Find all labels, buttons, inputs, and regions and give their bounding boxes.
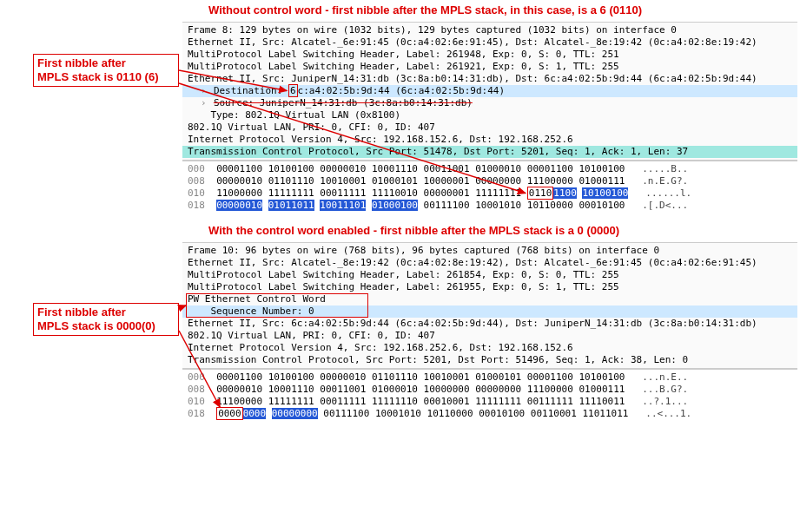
detail-row[interactable]: MultiProtocol Label Switching Header, La… [182,281,797,293]
section1-packet-details[interactable]: Frame 8: 129 bytes on wire (1032 bits), … [182,22,797,161]
detail-row[interactable]: Type: 802.1Q Virtual LAN (0x8100) [182,109,797,122]
detail-row[interactable]: MultiProtocol Label Switching Header, La… [182,61,797,73]
detail-row[interactable]: Internet Protocol Version 4, Src: 192.16… [182,342,797,354]
detail-row[interactable]: Frame 10: 96 bytes on wire (768 bits), 9… [182,245,797,257]
detail-row[interactable]: Internet Protocol Version 4, Src: 192.16… [182,134,797,146]
hex-row[interactable]: 008 00000010 01101110 10010001 01000101 … [182,175,797,187]
hex-row[interactable]: 010 11000000 11111111 00011111 11110010 … [182,187,797,200]
hex-row[interactable]: 018 00000010 01011011 10011101 01000100 … [182,200,797,212]
detail-row[interactable]: MultiProtocol Label Switching Header, La… [182,49,797,61]
section1-title: Without control word - first nibble afte… [0,0,800,22]
expander-icon[interactable]: › [199,85,208,97]
detail-row[interactable]: Ethernet II, Src: Alcatel-_6e:91:45 (0c:… [182,36,797,49]
hex-row[interactable]: 000 00001100 10100100 00000010 10001110 … [182,163,797,175]
hex-row[interactable]: 008 00000010 10001110 00011001 01000010 … [182,384,797,396]
section2-packet-bytes[interactable]: 000 00001100 10100100 00000010 01101110 … [182,369,797,422]
highlighted-nibble: 6 [288,84,298,97]
section1-caption: First nibble afterMPLS stack is 0110 (6) [33,54,179,87]
detail-row[interactable]: MultiProtocol Label Switching Header, La… [182,269,797,281]
detail-row[interactable]: Frame 8: 129 bytes on wire (1032 bits), … [182,24,797,36]
detail-row[interactable]: Ethernet II, Src: Alcatel-_8e:19:42 (0c:… [182,257,797,269]
hex-row[interactable]: 000 00001100 10100100 00000010 01101110 … [182,371,797,384]
detail-row[interactable]: 802.1Q Virtual LAN, PRI: 0, CFI: 0, ID: … [182,122,797,134]
detail-row[interactable]: Transmission Control Protocol, Src Port:… [182,146,797,158]
detail-row[interactable]: › Source: JuniperN_14:31:db (3c:8a:b0:14… [182,97,797,109]
highlighted-nibble: 0000 [216,407,243,420]
detail-row[interactable]: › Destination: 6c:a4:02:5b:9d:44 (6c:a4:… [182,85,797,97]
highlighted-nibble: 0110 [527,187,554,200]
section2-title: With the control word enabled - first ni… [0,220,800,242]
expander-icon[interactable]: › [199,97,208,109]
detail-row[interactable]: PW Ethernet Control Word [182,293,797,305]
section2-packet-details[interactable]: Frame 10: 96 bytes on wire (768 bits), 9… [182,242,797,369]
detail-row[interactable]: Sequence Number: 0 [182,305,797,318]
detail-row[interactable]: 802.1Q Virtual LAN, PRI: 0, CFI: 0, ID: … [182,330,797,342]
detail-row[interactable]: Transmission Control Protocol, Src Port:… [182,354,797,366]
hex-row[interactable]: 010 11100000 11111111 00011111 11111110 … [182,396,797,408]
section1-packet-bytes[interactable]: 000 00001100 10100100 00000010 10001110 … [182,161,797,213]
detail-row[interactable]: Ethernet II, Src: 6c:a4:02:5b:9d:44 (6c:… [182,318,797,330]
section2-caption: First nibble afterMPLS stack is 0000(0) [33,303,179,336]
detail-row[interactable]: Ethernet II, Src: JuniperN_14:31:db (3c:… [182,73,797,85]
hex-row[interactable]: 018 00000000 00000000 00111100 10001010 … [182,408,797,420]
